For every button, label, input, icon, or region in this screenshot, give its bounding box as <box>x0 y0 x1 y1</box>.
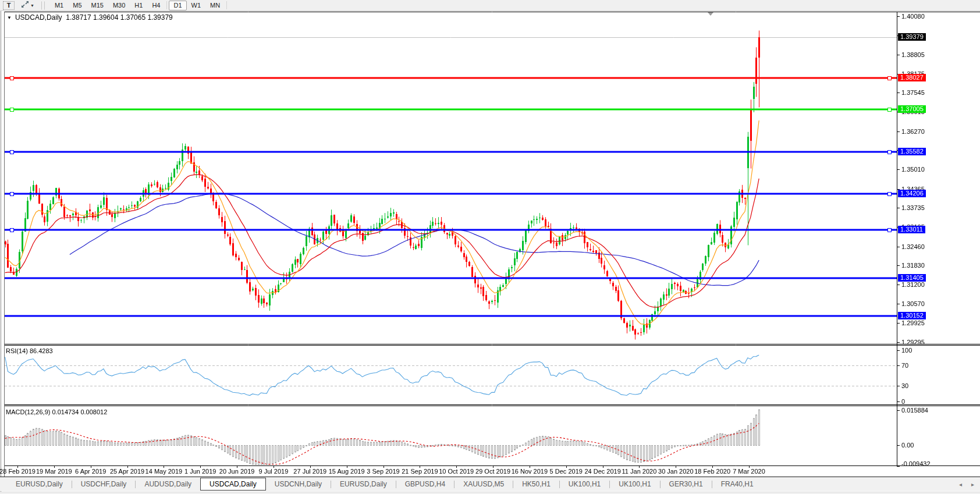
chart-canvas[interactable] <box>0 0 980 494</box>
tab-ger30-h1[interactable]: GER30,H1 <box>661 478 712 490</box>
rsi-indicator-label: RSI(14) 86.4283 <box>6 347 53 354</box>
date-axis-label: 20 Jun 2019 <box>219 468 255 475</box>
tab-usdcnh-daily[interactable]: USDCNH,Daily <box>266 478 331 490</box>
mt4-window: T ▼ M1M5M15M30H1H4D1W1MN ▼USDCAD,Daily 1… <box>0 0 980 494</box>
macd-axis-tick: 0.00 <box>901 442 914 449</box>
level-price-tag: 1.37005 <box>898 105 926 113</box>
toolbar: T ▼ M1M5M15M30H1H4D1W1MN <box>0 0 980 11</box>
date-axis-label: 6 Apr 2019 <box>75 468 106 475</box>
price-axis-tick: 1.37545 <box>901 89 925 96</box>
chart-symbol-label: USDCAD,Daily <box>15 13 62 22</box>
price-axis-tick: 1.30570 <box>901 300 925 307</box>
timeframe-button-d1[interactable]: D1 <box>169 1 186 10</box>
timeframe-button-m1[interactable]: M1 <box>50 1 68 10</box>
tab-fra40-h1[interactable]: FRA40,H1 <box>712 478 762 490</box>
macd-axis-tick: -0.009432 <box>901 460 931 467</box>
price-axis-tick: 1.31200 <box>901 281 925 288</box>
level-price-tag: 1.31405 <box>898 274 926 282</box>
tab-gbpusd-h4[interactable]: GBPUSD,H4 <box>396 478 454 490</box>
macd-axis-tick: 0.015884 <box>901 407 928 414</box>
tab-hk50-h1[interactable]: HK50,H1 <box>513 478 559 490</box>
date-axis-label: 1 Jun 2019 <box>184 468 216 475</box>
tab-navigation: ◂ ▸ <box>959 477 974 492</box>
diagonal-arrows-icon <box>21 0 29 10</box>
level-price-tag: 1.35582 <box>898 148 926 155</box>
price-axis-tick: 1.32460 <box>901 243 925 250</box>
price-axis-tick: 1.29295 <box>901 339 925 346</box>
date-axis-label: 14 May 2019 <box>145 468 183 475</box>
price-axis-tick: 1.31830 <box>901 262 925 269</box>
chart-tab-bar: EURUSD,DailyUSDCHF,DailyAUDUSD,DailyUSDC… <box>0 477 980 491</box>
symbol-collapse-icon[interactable]: ▼ <box>7 15 12 20</box>
timeframe-button-h4[interactable]: H4 <box>147 1 165 10</box>
date-axis-label: 28 Feb 2019 <box>0 468 35 475</box>
timeframe-button-mn[interactable]: MN <box>205 1 225 10</box>
tab-scroll-right-icon[interactable]: ▸ <box>971 481 974 488</box>
chart-header: ▼USDCAD,Daily 1.38717 1.39604 1.37065 1.… <box>7 13 173 22</box>
tab-audusd-daily[interactable]: AUDUSD,Daily <box>136 478 200 490</box>
date-axis-label: 29 Oct 2019 <box>475 468 510 475</box>
level-price-tag: 1.33011 <box>898 226 925 233</box>
date-axis-label: 7 Mar 2020 <box>733 468 765 475</box>
date-axis-label: 9 Jul 2019 <box>259 468 289 475</box>
timeframe-button-m15[interactable]: M15 <box>87 1 108 10</box>
arrange-tools-button[interactable]: ▼ <box>19 1 36 10</box>
chart-ohlc-values: 1.38717 1.39604 1.37065 1.39379 <box>66 13 173 22</box>
status-strip <box>0 492 980 494</box>
rsi-axis-tick: 0 <box>901 398 905 405</box>
tab-eurusd-daily[interactable]: EURUSD,Daily <box>331 478 396 490</box>
date-axis-label: 3 Sep 2019 <box>367 468 399 475</box>
rsi-axis-tick: 70 <box>901 362 908 369</box>
price-axis-tick: 1.33735 <box>901 204 925 211</box>
toolbar-separator <box>166 1 167 9</box>
date-axis-label: 21 Sep 2019 <box>402 468 438 475</box>
tab-scroll-left-icon[interactable]: ◂ <box>959 481 962 488</box>
date-axis-label: 18 Feb 2020 <box>694 468 730 475</box>
macd-indicator-label: MACD(12,26,9) 0.014734 0.008012 <box>6 408 107 415</box>
level-price-tag: 1.34206 <box>898 190 926 197</box>
text-tool-button[interactable]: T <box>3 1 15 10</box>
date-axis-label: 10 Oct 2019 <box>439 468 474 475</box>
date-axis-label: 19 Mar 2019 <box>36 468 72 475</box>
date-axis-label: 5 Dec 2019 <box>550 468 583 475</box>
timeframe-group: M1M5M15M30H1H4D1W1MN <box>50 1 229 10</box>
price-axis-tick: 1.36270 <box>901 128 925 135</box>
toolbar-separator <box>226 1 227 9</box>
date-axis-label: 30 Jan 2020 <box>658 468 694 475</box>
date-axis-label: 11 Jan 2020 <box>622 468 657 475</box>
current-price-tag: 1.39379 <box>898 33 926 41</box>
tab-usdchf-daily[interactable]: USDCHF,Daily <box>72 478 136 490</box>
timeframe-button-m30[interactable]: M30 <box>108 1 130 10</box>
date-axis-label: 15 Aug 2019 <box>329 468 365 475</box>
date-axis-label: 24 Dec 2019 <box>584 468 620 475</box>
date-axis-label: 27 Jul 2019 <box>293 468 326 475</box>
price-axis-tick: 1.40080 <box>901 13 925 20</box>
chart-shift-marker[interactable] <box>708 12 713 16</box>
tab-uk100-h1[interactable]: UK100,H1 <box>610 478 659 490</box>
level-price-tag: 1.38027 <box>898 74 926 81</box>
chevron-down-icon: ▼ <box>30 3 34 8</box>
tab-usdcad-daily[interactable]: USDCAD,Daily <box>200 478 266 491</box>
price-axis-tick: 1.29925 <box>901 319 925 326</box>
tab-eurusd-daily[interactable]: EURUSD,Daily <box>7 478 72 490</box>
toolbar-drag-handle[interactable] <box>41 2 45 9</box>
date-axis-label: 25 Apr 2019 <box>110 468 144 475</box>
timeframe-button-m5[interactable]: M5 <box>68 1 86 10</box>
timeframe-button-h1[interactable]: H1 <box>130 1 147 10</box>
tab-xauusd-m5[interactable]: XAUUSD,M5 <box>455 478 513 490</box>
price-axis-tick: 1.35010 <box>901 166 925 173</box>
tab-uk100-h1[interactable]: UK100,H1 <box>560 478 609 490</box>
price-axis-tick: 1.38805 <box>901 51 925 58</box>
timeframe-button-w1[interactable]: W1 <box>187 1 206 10</box>
rsi-axis-tick: 100 <box>901 347 912 354</box>
rsi-axis-tick: 30 <box>901 382 908 389</box>
date-axis-label: 16 Nov 2019 <box>512 468 548 475</box>
level-price-tag: 1.30152 <box>898 312 926 319</box>
